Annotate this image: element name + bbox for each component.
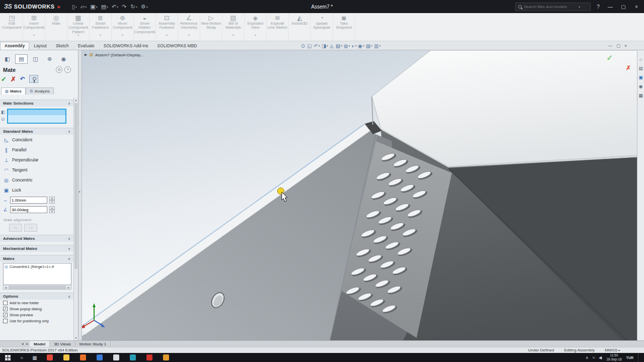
ribbon-tab[interactable]: SOLIDWORKS Add-Ins — [99, 42, 153, 50]
checkbox[interactable]: ✓ — [3, 307, 8, 311]
scroll-down-icon[interactable]: ▾ — [74, 335, 78, 340]
mates-list-hscrollbar[interactable]: ◂ ▸ — [3, 285, 71, 290]
chevron-down-icon[interactable]: ▾ — [579, 5, 580, 9]
manager-tab[interactable]: ◫ — [29, 54, 42, 64]
quick-access-button[interactable]: ⚙▾ — [141, 4, 148, 10]
confirmation-corner-ok[interactable]: ✓ — [606, 53, 613, 62]
option-checkbox-row[interactable]: Add to new folder — [0, 300, 73, 306]
ribbon-button[interactable]: ≋ Explode Line Sketch — [267, 13, 289, 41]
taskbar-app-button[interactable] — [91, 353, 108, 362]
language-indicator[interactable]: TUR — [626, 356, 633, 359]
ribbon-tab[interactable]: Evaluate — [73, 42, 99, 50]
ribbon-button[interactable]: ◭ Instant3D — [289, 13, 311, 41]
subtab[interactable]: ◎Mates — [1, 87, 26, 95]
mate-selection-box[interactable] — [7, 109, 66, 124]
ribbon-button[interactable]: ▷ New Motion Study — [200, 13, 222, 41]
feature-tree-flyout[interactable]: ▶ ⊞ Assem7 (Default<Display... — [85, 52, 143, 57]
tab-next-icon[interactable]: ▸ — [25, 342, 30, 346]
ok-button[interactable]: ✓ — [1, 75, 7, 83]
taskbar-app-button[interactable] — [108, 353, 124, 362]
ribbon-button[interactable]: ⊕ Move Component ▾ — [112, 13, 134, 41]
document-tab[interactable]: 3D Views — [50, 341, 75, 347]
ribbon-button[interactable]: ∠ Reference Geometry ▾ — [178, 13, 200, 41]
heads-up-button[interactable]: ▥▾ — [374, 43, 380, 49]
heads-up-button[interactable]: ↶▾ — [314, 43, 320, 49]
expand-tree-icon[interactable]: ▶ — [85, 53, 87, 57]
checkbox[interactable]: ✓ — [3, 313, 8, 317]
units-selector[interactable]: MMGS▾ — [605, 348, 620, 352]
quick-access-button[interactable]: ▣▾ — [90, 4, 97, 10]
quick-access-button[interactable]: ▱▾ — [80, 4, 87, 10]
help-icon[interactable]: ? — [64, 66, 71, 73]
mate-type-option[interactable]: ∥ Parallel — [0, 145, 73, 155]
pushpin-icon[interactable]: ⊙ — [56, 66, 62, 73]
quick-access-button[interactable]: ▤▾ — [101, 4, 108, 10]
taskbar-search-icon[interactable]: ○ — [15, 355, 28, 360]
taskbar-app-button[interactable] — [157, 353, 174, 362]
step-up-icon[interactable]: ▴ — [49, 206, 55, 210]
ribbon-button[interactable]: ⊡ Assembly Features ▾ — [156, 13, 178, 41]
tray-icon[interactable]: ∧ — [586, 355, 589, 360]
step-down-icon[interactable]: ▾ — [49, 210, 55, 213]
step-up-icon[interactable]: ▴ — [49, 197, 55, 200]
heads-up-button[interactable]: ◉▾ — [358, 43, 364, 49]
ribbon-button[interactable]: ≣ Smart Fasteners ▾ — [90, 13, 112, 41]
scroll-left-icon[interactable]: ◂ — [4, 286, 8, 289]
selection-filter-icon[interactable]: ⊙ — [1, 117, 6, 122]
distance-stepper[interactable]: ▴▾ — [49, 197, 55, 204]
ribbon-button[interactable]: ◈ Exploded View ▾ — [245, 13, 267, 41]
group-header-options[interactable]: Options ∧ — [0, 293, 73, 300]
heads-up-button[interactable]: ▨▾ — [366, 43, 372, 49]
ribbon-button[interactable]: ◎ Mate — [45, 13, 67, 41]
task-pane-icon[interactable]: ▣ — [638, 75, 643, 80]
start-button[interactable] — [0, 353, 15, 362]
task-pane-icon[interactable]: ▦ — [638, 94, 643, 98]
mate-type-option[interactable]: ◎ Concentric — [0, 175, 73, 185]
scroll-up-icon[interactable]: ▴ — [74, 98, 78, 103]
viewport-3d-scene[interactable] — [78, 50, 644, 340]
cancel-button[interactable]: ✗ — [11, 75, 16, 83]
panel-vscrollbar[interactable]: ▴ ▾ — [73, 98, 78, 340]
taskbar-app-button[interactable] — [58, 353, 74, 362]
manager-tab[interactable]: ◧ — [1, 54, 14, 64]
close-button[interactable]: × — [632, 4, 641, 10]
ribbon-button[interactable]: ▦ Linear Component Pattern ▾ — [67, 13, 90, 41]
document-tab[interactable]: Motion Study 1 — [75, 341, 111, 347]
quick-access-button[interactable]: ↶▾ — [112, 4, 118, 10]
assembly-tree-label[interactable]: Assem7 (Default<Display... — [95, 53, 143, 57]
option-checkbox-row[interactable]: Use for positioning only — [0, 318, 73, 324]
tray-icon[interactable]: ≈ — [593, 355, 595, 360]
heads-up-button[interactable]: ▧▾ — [336, 43, 342, 49]
doc-close-button[interactable]: × — [624, 43, 627, 48]
taskbar-app-button[interactable] — [124, 353, 141, 362]
manager-tab[interactable]: ◉ — [57, 54, 70, 64]
restore-button[interactable]: ▢ — [619, 4, 628, 10]
option-checkbox-row[interactable]: ✓ Show popup dialog — [0, 306, 73, 312]
task-pane-icon[interactable]: ▤ — [638, 66, 643, 71]
mate-list-item[interactable]: ◎ Concentric1 (fhinge1<1>,fr — [4, 263, 71, 270]
option-checkbox-row[interactable]: ✓ Show preview — [0, 312, 73, 318]
heads-up-button[interactable]: ◬ — [330, 43, 334, 49]
group-header-standard-mates[interactable]: Standard Mates ∧ — [0, 128, 73, 135]
taskbar-clock[interactable]: 11:50 18-Sep-18 — [606, 353, 621, 361]
manager-tab[interactable]: ⊕ — [43, 54, 56, 64]
group-header-mate-selections[interactable]: Mate Selections ∧ — [0, 100, 73, 107]
ribbon-tab[interactable]: SOLIDWORKS MBD — [153, 42, 202, 50]
keep-visible-toggle[interactable] — [29, 75, 38, 83]
group-header-mechanical-mates[interactable]: Mechanical Mates ∨ — [0, 245, 73, 252]
tab-prev-icon[interactable]: ◂ — [20, 342, 25, 346]
group-header-mates[interactable]: Mates ∧ — [0, 255, 73, 262]
show-desktop-button[interactable] — [638, 353, 640, 362]
task-pane-icon[interactable]: ⌂ — [639, 57, 642, 62]
heads-up-button[interactable]: ⊙ — [301, 43, 305, 49]
group-header-advanced-mates[interactable]: Advanced Mates ∨ — [0, 235, 73, 242]
minimize-button[interactable]: — — [606, 4, 615, 10]
ribbon-button[interactable]: ◔ Update Speedpak — [311, 13, 333, 41]
task-pane-icon[interactable]: ◉ — [639, 84, 643, 89]
ribbon-button[interactable]: ⊞ Insert Components ▾ — [23, 13, 45, 41]
undo-button[interactable]: ↶ — [20, 75, 25, 82]
heads-up-button[interactable]: ◐▾ — [352, 43, 357, 49]
ribbon-tab[interactable]: Sketch — [51, 42, 73, 50]
confirmation-corner-cancel[interactable]: ✗ — [626, 64, 631, 71]
search-box[interactable]: ▾ — [515, 3, 591, 11]
